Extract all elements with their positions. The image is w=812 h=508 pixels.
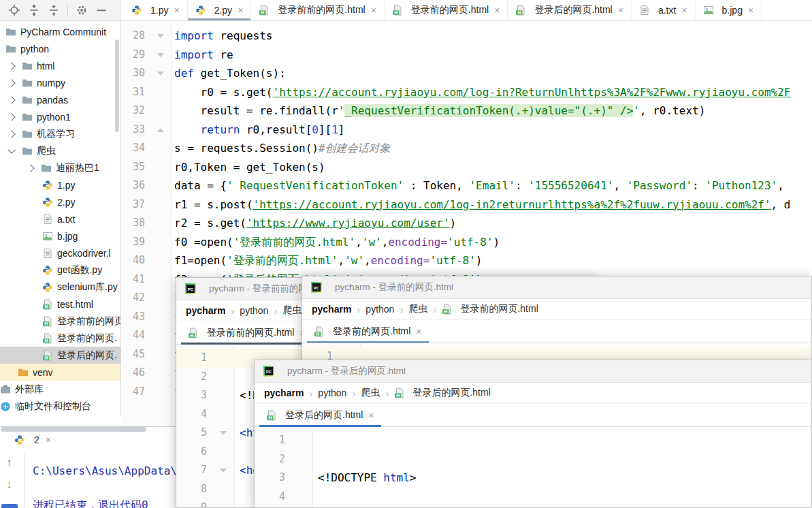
breadcrumb-item[interactable]: pycharm xyxy=(186,305,225,316)
tree-horizontal-scrollbar[interactable] xyxy=(1,427,146,432)
code-line: 34s = requests.Session()#创建会话对象 xyxy=(122,139,812,158)
collapse-all-icon[interactable] xyxy=(48,4,60,16)
fold-marker-icon[interactable] xyxy=(157,53,164,57)
breadcrumb-item[interactable]: python xyxy=(318,387,346,398)
tree-item[interactable]: get函数.py xyxy=(0,261,120,279)
breadcrumb-item[interactable]: 爬虫 xyxy=(361,387,380,399)
folder-icon xyxy=(22,78,33,89)
editor-tab[interactable]: 2.py× xyxy=(188,0,252,20)
close-icon[interactable]: × xyxy=(238,5,243,16)
tree-item[interactable]: 爬虫 xyxy=(0,142,120,159)
window-title-bar[interactable]: PCpycharm - 登录后的网页.html xyxy=(255,360,811,383)
breadcrumb-item[interactable]: python xyxy=(240,305,268,316)
close-icon[interactable]: × xyxy=(46,434,51,445)
svg-text:PC: PC xyxy=(188,287,193,291)
code-text: <!DOCTYPE html> xyxy=(318,469,417,488)
editor-tab[interactable]: H登录后的网页.html× xyxy=(259,404,381,426)
breadcrumb-item[interactable]: 爬虫 xyxy=(282,304,302,317)
settings-icon[interactable] xyxy=(76,4,88,16)
close-icon[interactable]: × xyxy=(681,5,687,16)
tree-item[interactable]: H登录前的网页. xyxy=(0,330,120,347)
hide-icon[interactable] xyxy=(95,4,108,16)
tree-item[interactable]: selenium库.py xyxy=(0,279,120,296)
breadcrumb-item[interactable]: 爬虫 xyxy=(408,303,427,315)
chevron-down-icon[interactable] xyxy=(7,146,15,153)
code-text: r1 = s.post('https://account.ryjiaoyu.co… xyxy=(174,195,791,215)
editor-tab[interactable]: a.txt× xyxy=(632,0,696,20)
close-icon[interactable]: × xyxy=(174,5,179,16)
breadcrumb-item[interactable]: pycharm xyxy=(264,387,304,398)
tree-item[interactable]: H登录后的网页. xyxy=(0,347,120,364)
softwrap-icon[interactable] xyxy=(1,504,18,508)
code-text: import requests xyxy=(174,27,273,46)
close-icon[interactable]: × xyxy=(371,5,376,16)
folder-icon xyxy=(22,146,33,157)
tree-item[interactable]: 2.py xyxy=(0,193,120,210)
locate-icon[interactable] xyxy=(8,4,20,16)
tree-item-label: 1.py xyxy=(57,180,75,191)
fold-marker-icon[interactable] xyxy=(157,72,164,76)
editor-tab[interactable]: H登录前前的网页.html× xyxy=(251,0,385,20)
up-arrow-icon[interactable]: ↑ xyxy=(6,456,12,470)
project-tree: PyCharm Communitpythonhtmlnumpypandaspyt… xyxy=(0,21,121,416)
code-line: 36data = {' RequestVenificationToken' : … xyxy=(122,176,812,195)
tree-item[interactable]: b.jpg xyxy=(0,227,120,244)
tree-item[interactable]: 机器学习 xyxy=(0,125,120,142)
tree-item[interactable]: python1 xyxy=(0,108,120,125)
tree-item[interactable]: numpy xyxy=(0,74,120,91)
html-file-icon: H xyxy=(442,304,453,315)
tree-item[interactable]: html xyxy=(0,57,120,74)
tree-item[interactable]: PyCharm Communit xyxy=(0,23,120,40)
console-gutter: ↑ ↓ xyxy=(0,452,25,508)
code-editor[interactable]: 123<!DOCTYPE html>4 xyxy=(255,428,811,507)
tree-item-label: 登录前的网页. xyxy=(57,332,117,345)
close-icon[interactable]: × xyxy=(748,5,753,16)
tree-vertical-scrollbar[interactable] xyxy=(115,39,119,132)
console-tab-label[interactable]: 2 xyxy=(34,434,39,445)
chevron-right-icon[interactable] xyxy=(7,96,15,104)
close-icon[interactable]: × xyxy=(618,5,623,16)
breadcrumb-file-label: 登录前的网页.html xyxy=(460,303,538,315)
breadcrumb-file[interactable]: H登录后的网页.html xyxy=(394,387,490,399)
code-text: return r0,result[0][1] xyxy=(174,121,344,140)
expand-all-icon[interactable] xyxy=(28,4,40,16)
close-icon[interactable]: × xyxy=(494,5,500,16)
tree-item[interactable]: 迪丽热巴1 xyxy=(0,159,120,176)
editor-tab[interactable]: H登录后的网页.html× xyxy=(508,0,632,20)
fold-marker-icon[interactable] xyxy=(220,469,227,473)
chevron-right-icon[interactable] xyxy=(7,79,15,86)
chevron-right-icon[interactable] xyxy=(7,62,15,69)
breadcrumb-item[interactable]: python xyxy=(366,304,394,315)
close-icon[interactable]: × xyxy=(416,326,421,337)
tree-item[interactable]: Htest.html xyxy=(0,296,120,313)
tree-item[interactable]: H登录前前的网页 xyxy=(0,313,120,330)
breadcrumb-file[interactable]: H登录前的网页.html xyxy=(442,303,538,315)
chevron-right-icon[interactable] xyxy=(7,113,15,121)
tree-item[interactable]: a.txt xyxy=(0,210,120,227)
breadcrumb: pycharm›python›爬虫›H登录后的网页.html xyxy=(255,383,811,404)
fold-marker-icon[interactable] xyxy=(220,431,227,435)
window-title-bar[interactable]: PCpycharm - 登录前的网页.html xyxy=(302,276,811,299)
editor-tab[interactable]: H登录前的网页.html× xyxy=(385,0,508,20)
editor-tab[interactable]: 1.py× xyxy=(124,0,188,20)
tree-item[interactable]: 外部库 xyxy=(0,381,120,398)
chevron-right-icon[interactable] xyxy=(27,164,34,172)
fold-marker-icon[interactable] xyxy=(157,34,164,38)
tree-item[interactable]: pandas xyxy=(0,91,120,108)
editor-tab[interactable]: H登录前的网页.html× xyxy=(307,320,429,343)
tree-item[interactable]: 1.py xyxy=(0,176,120,193)
python-icon xyxy=(14,434,25,445)
close-icon[interactable]: × xyxy=(368,410,374,421)
tree-item[interactable]: 临时文件和控制台 xyxy=(0,398,120,415)
editor-tab[interactable]: b.jpg× xyxy=(696,0,762,20)
tree-item[interactable]: python xyxy=(0,40,120,57)
tree-item[interactable]: geckodriver.l xyxy=(0,244,120,261)
tree-item[interactable]: venv xyxy=(0,364,120,381)
editor-tab[interactable]: H登录前前的网页.html× xyxy=(181,321,312,344)
down-arrow-icon[interactable]: ↓ xyxy=(6,478,12,492)
breadcrumb-item[interactable]: pycharm xyxy=(312,304,351,315)
fold-marker-icon[interactable] xyxy=(157,128,164,132)
tab-label: 登录前的网页.html xyxy=(333,326,410,338)
code-line: 38r2 = s.get('https://www.ryjiaoyu.com/u… xyxy=(122,214,812,233)
chevron-right-icon[interactable] xyxy=(7,130,15,138)
